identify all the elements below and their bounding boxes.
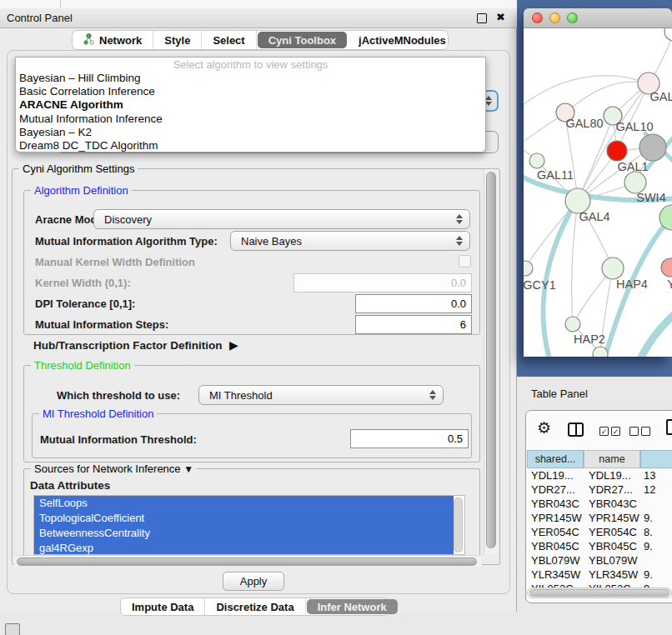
data-attributes-listbox[interactable]: SelfLoopsTopologicalCoefficientBetweenne… (33, 495, 465, 555)
tab-cyni-toolbox[interactable]: Cyni Toolbox (258, 32, 347, 48)
tab-label: jActiveMNodules (359, 34, 446, 47)
network-edge[interactable] (524, 76, 649, 108)
apply-button[interactable]: Apply (223, 572, 284, 591)
tab-impute-data[interactable]: Impute Data (121, 598, 205, 615)
network-edge[interactable] (572, 201, 578, 324)
tab-infer-network[interactable]: Infer Network (307, 599, 398, 614)
node-label: SWI4 (636, 191, 665, 204)
table-cell: YLR345W (584, 568, 640, 582)
tab-label: Discretize Data (216, 601, 293, 613)
network-node[interactable] (565, 317, 580, 332)
network-graph: GALGAL80GAL10GAL1GAL11SWI4GAL4GCY1HAP4YH… (524, 28, 672, 357)
sources-title[interactable]: Sources for Network Inference ▼ (31, 462, 197, 475)
which-threshold-combobox[interactable]: MI Threshold (198, 385, 444, 405)
table-cell: YDR27... (527, 482, 584, 497)
close-panel-icon[interactable]: ✖ (496, 11, 505, 23)
control-panel-window: Control Panel ✖ Network Style Select Cyn… (0, 8, 517, 612)
attribute-item[interactable]: TopologicalCoefficient (34, 511, 454, 526)
columns-icon[interactable] (568, 422, 584, 437)
column-header-cut[interactable] (640, 450, 672, 468)
float-window-icon[interactable] (477, 13, 487, 23)
mi-threshold-field[interactable]: 0.5 (350, 429, 469, 448)
close-window-icon[interactable] (532, 12, 543, 23)
manual-kernel-checkbox[interactable] (459, 255, 471, 268)
attribute-item[interactable]: gal4RGexp (34, 541, 454, 555)
table-cell: 13 (640, 468, 672, 482)
stepper-arrows-icon (456, 214, 466, 224)
scrollbar-thumb[interactable] (529, 589, 669, 597)
table-horizontal-scrollbar[interactable] (527, 588, 672, 598)
tab-jactivemnodules[interactable]: jActiveMNodules (348, 31, 457, 49)
table-row[interactable]: YDR27...YDR27...12 (527, 482, 672, 497)
tab-select[interactable]: Select (202, 31, 256, 49)
mi-steps-label: Mutual Information Steps: (35, 318, 168, 331)
network-node[interactable] (664, 28, 672, 41)
algorithm-option[interactable]: Basic Correlation Inference (16, 85, 485, 98)
settings-horizontal-scrollbar[interactable] (14, 555, 482, 567)
network-edge[interactable] (639, 312, 672, 357)
table-rows: YDL19...YDL19...13YDR27...YDR27...12YBR0… (527, 468, 672, 602)
table-row[interactable]: YPR145WYPR145W9. (527, 511, 672, 525)
expand-right-icon[interactable]: ▶ (229, 338, 238, 352)
tab-label: Style (164, 34, 190, 47)
attribute-item[interactable]: BetweennessCentrality (34, 526, 454, 541)
column-header-name[interactable]: name (584, 450, 640, 468)
table-row[interactable]: YBR045CYBR045C9. (527, 539, 672, 553)
network-node[interactable] (639, 134, 666, 161)
dpi-tolerance-field[interactable]: 0.0 (355, 294, 472, 313)
mi-type-combobox[interactable]: Naive Bayes (230, 231, 470, 251)
column-header-shared[interactable]: shared... (527, 450, 584, 468)
network-node[interactable] (529, 153, 544, 168)
table-row[interactable]: YLR345WYLR345W9. (527, 568, 672, 582)
network-node[interactable] (524, 261, 533, 276)
network-node[interactable] (661, 258, 672, 277)
deselect-all-icon[interactable] (629, 427, 639, 436)
attributes-scrollbar[interactable] (454, 498, 463, 552)
aracne-mode-combobox[interactable]: Discovery (93, 209, 470, 229)
node-label: GAL11 (537, 168, 574, 182)
stepper-arrows-icon (456, 236, 466, 246)
table-cell: YPR145W (584, 511, 640, 525)
tab-style[interactable]: Style (153, 31, 202, 49)
algorithm-option[interactable]: ARACNE Algorithm (16, 98, 485, 112)
select-all-check-icon[interactable]: ✓ (611, 427, 620, 436)
algorithm-option[interactable]: Bayesian – Hill Climbing (16, 72, 485, 85)
settings-vertical-scrollbar[interactable] (484, 169, 498, 554)
table-row[interactable]: YBL079WYBL079W (527, 553, 672, 568)
network-node[interactable] (593, 347, 608, 357)
table-row[interactable]: YDL19...YDL19...13 (527, 468, 672, 482)
table-cell: YDL19... (584, 468, 640, 482)
toolbar-divider (60, 0, 61, 8)
attribute-item[interactable]: SelfLoops (34, 496, 454, 511)
scrollbar-thumb[interactable] (17, 558, 477, 566)
minimize-window-icon[interactable] (549, 12, 560, 23)
table-row[interactable]: YBR043CYBR043C (527, 497, 672, 511)
tab-network[interactable]: Network (73, 31, 153, 49)
network-node[interactable] (602, 258, 624, 279)
collapse-down-icon[interactable]: ▼ (183, 463, 193, 475)
node-label: GAL (649, 90, 672, 103)
node-label: Y (667, 278, 672, 291)
collapsed-panel-icon[interactable] (5, 623, 20, 635)
table-row[interactable]: YER054CYER054C8. (527, 525, 672, 539)
hub-definition-label[interactable]: Hub/Transcription Factor Definition (33, 339, 223, 352)
gear-icon[interactable]: ⚙ (537, 420, 551, 436)
algorithm-option[interactable]: Mutual Information Inference (16, 112, 485, 126)
tab-discretize-data[interactable]: Discretize Data (205, 598, 305, 615)
mi-steps-field[interactable]: 6 (355, 315, 472, 334)
tab-label: Infer Network (318, 601, 387, 613)
table-cell: 12 (640, 482, 672, 497)
deselect-all-icon[interactable] (641, 427, 650, 436)
zoom-window-icon[interactable] (567, 12, 578, 23)
document-icon[interactable] (666, 419, 672, 435)
select-all-check-icon[interactable]: ✓ (599, 427, 609, 436)
network-canvas[interactable]: GALGAL80GAL10GAL1GAL11SWI4GAL4GCY1HAP4YH… (524, 28, 672, 357)
sources-title-text: Sources for Network Inference (34, 462, 181, 475)
algorithm-option[interactable]: Dream8 DC_TDC Algorithm (16, 139, 485, 152)
table-cell: YBR043C (584, 497, 640, 511)
algorithm-option[interactable]: Bayesian – K2 (16, 126, 485, 139)
kernel-width-field[interactable]: 0.0 (293, 273, 472, 292)
scrollbar-thumb[interactable] (486, 172, 496, 548)
network-node[interactable] (607, 141, 627, 161)
mi-threshold-definition-title: MI Threshold Definition (39, 408, 157, 420)
